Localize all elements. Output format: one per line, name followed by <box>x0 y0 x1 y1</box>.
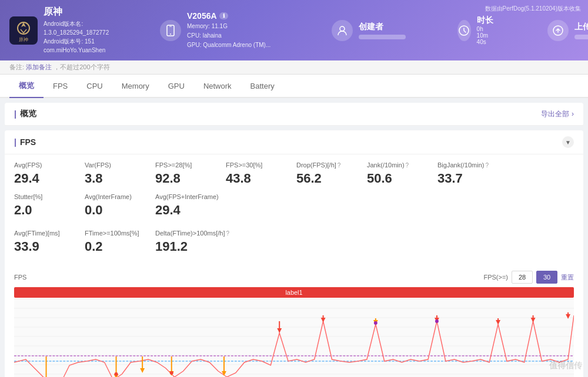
tabs-bar: 概览 FPS CPU Memory GPU Network Battery <box>0 75 588 98</box>
app-details: 原神 Android版本名: 1.3.0_1825294_1872772 And… <box>44 6 109 55</box>
fps-filter-30[interactable] <box>536 271 557 284</box>
fps-section-header: FPS ▼ <box>5 130 583 154</box>
creator-group: 创建者 <box>322 20 415 41</box>
avg-fps-interframe-value: 29.4 <box>155 203 219 218</box>
svg-point-64 <box>374 321 377 325</box>
upload-group: 上传时间 <box>538 20 588 41</box>
overview-header: 概览 导出全部 › <box>5 103 583 126</box>
android-version: 1.3.0_1825294_1872772 <box>44 28 109 37</box>
duration-value: 0h 10m 40s <box>477 26 496 45</box>
jank-label: Jank(/10min) ? <box>367 161 426 169</box>
stutter-value: 2.0 <box>14 203 73 218</box>
tab-overview[interactable]: 概览 <box>9 75 44 98</box>
watermark: 值得信传 <box>549 361 582 371</box>
avg-fps-value: 29.4 <box>14 171 73 186</box>
delta-ftime-value: 191.2 <box>155 239 229 254</box>
fps-section-title: FPS <box>14 137 36 147</box>
device-name: V2056A ℹ <box>187 11 270 21</box>
upload-label: 上传时间 <box>574 22 588 32</box>
fps-stats-grid2: Avg(FTime)[ms] 33.9 FTime>=100ms[%] 0.2 … <box>5 230 583 266</box>
data-source-label: 数据由PerfDog(5.1.210204)版本收集 <box>485 5 581 13</box>
fps-chart-wrapper: label1 68 <box>14 286 574 377</box>
fps-filter-28[interactable] <box>512 271 533 284</box>
tab-memory[interactable]: Memory <box>112 76 159 97</box>
jank-stat: Jank(/10min) ? 50.6 <box>367 161 426 186</box>
svg-text:label1: label1 <box>285 289 302 296</box>
fps-chart-label: FPS <box>14 274 26 281</box>
fps-chart-container: FPS FPS(>=) 重置 label1 <box>5 266 583 377</box>
header: 数据由PerfDog(5.1.210204)版本收集 原神 原神 Android… <box>0 0 588 60</box>
drop-fps-label: Drop(FPS)[/h] ? <box>296 161 355 169</box>
upload-icon <box>547 20 569 41</box>
tab-cpu[interactable]: CPU <box>77 76 112 97</box>
notes-add-link[interactable]: 添加备注 <box>26 63 52 70</box>
bigjank-label: BigJank(/10min) ? <box>437 161 496 169</box>
avg-ftime-value: 33.9 <box>14 239 73 254</box>
drop-fps-stat: Drop(FPS)[/h] ? 56.2 <box>296 161 355 186</box>
duration-label: 时长 <box>477 15 496 26</box>
help-icon[interactable]: ? <box>338 162 341 169</box>
avg-fps-interframe-stat: Avg(FPS+InterFrame) 29.4 <box>155 193 219 218</box>
stutter-stat: Stutter[%] 2.0 <box>14 193 73 218</box>
avg-interframe-label: Avg(InterFrame) <box>85 193 143 200</box>
fps-filter-group: FPS(>=) 重置 <box>483 271 574 284</box>
fps-section: FPS ▼ Avg(FPS) 29.4 Var(FPS) 3.8 FPS>=28… <box>5 130 583 377</box>
export-button[interactable]: 导出全部 › <box>541 109 574 119</box>
fps-chart-svg: label1 68 <box>14 286 574 377</box>
chevron-right-icon: › <box>572 110 574 118</box>
creator-value-placeholder <box>359 35 406 39</box>
svg-point-63 <box>170 371 173 375</box>
avg-interframe-stat: Avg(InterFrame) 0.0 <box>85 193 143 218</box>
device-icon <box>160 20 181 41</box>
collapse-button[interactable]: ▼ <box>562 136 574 148</box>
duration-detail: 时长 0h 10m 40s <box>477 15 496 45</box>
tab-gpu[interactable]: GPU <box>159 76 194 97</box>
var-fps-value: 3.8 <box>85 171 143 186</box>
svg-rect-4 <box>169 26 172 26</box>
avg-fps-label: Avg(FPS) <box>14 161 73 169</box>
fps-reset-button[interactable]: 重置 <box>561 273 574 282</box>
android-version-label: Android版本名: <box>44 19 109 28</box>
var-fps-label: Var(FPS) <box>85 161 143 169</box>
gpu-info: GPU: Qualcomm Adreno (TM)... <box>187 41 270 50</box>
avg-ftime-stat: Avg(FTime)[ms] 33.9 <box>14 230 73 254</box>
drop-fps-value: 56.2 <box>296 171 355 186</box>
avg-fps-interframe-label: Avg(FPS+InterFrame) <box>155 193 219 200</box>
ftime100-label: FTime>=100ms[%] <box>85 230 143 237</box>
fps30-value: 43.8 <box>226 171 285 186</box>
main-content: 概览 导出全部 › FPS ▼ Avg(FPS) 29.4 Var(FPS) 3… <box>0 98 588 377</box>
help-icon2[interactable]: ? <box>406 162 409 169</box>
avg-ftime-label: Avg(FTime)[ms] <box>14 230 73 237</box>
delta-ftime-label: Delta(FTime)>100ms[/h] ? <box>155 230 229 237</box>
tab-network[interactable]: Network <box>194 76 241 97</box>
app-info: 原神 原神 Android版本名: 1.3.0_1825294_1872772 … <box>9 6 127 55</box>
duration-icon <box>457 20 471 41</box>
bigjank-stat: BigJank(/10min) ? 33.7 <box>437 161 496 186</box>
device-details: V2056A ℹ Memory: 11.1G CPU: lahaina GPU:… <box>187 11 270 50</box>
notes-suffix: ，不超过200个字符 <box>54 63 109 70</box>
avg-fps-stat: Avg(FPS) 29.4 <box>14 161 73 186</box>
creator-icon <box>332 20 353 41</box>
upload-detail: 上传时间 <box>574 22 588 39</box>
device-info: V2056A ℹ Memory: 11.1G CPU: lahaina GPU:… <box>160 11 289 50</box>
fps28-label: FPS>=28[%] <box>155 161 214 169</box>
notes-bar: 备注: 添加备注 ，不超过200个字符 <box>0 60 588 75</box>
jank-value: 50.6 <box>367 171 426 186</box>
duration-group: 时长 0h 10m 40s <box>448 15 505 45</box>
ftime100-value: 0.2 <box>85 239 143 254</box>
notes-label: 备注: <box>9 63 24 70</box>
cpu-info: CPU: lahaina <box>187 31 270 41</box>
delta-ftime-stat: Delta(FTime)>100ms[/h] ? 191.2 <box>155 230 229 254</box>
help-icon4[interactable]: ? <box>226 230 230 237</box>
stutter-label: Stutter[%] <box>14 193 73 200</box>
bigjank-value: 33.7 <box>437 171 496 186</box>
svg-point-5 <box>170 33 171 35</box>
fps28-value: 92.8 <box>155 171 214 186</box>
creator-label: 创建者 <box>359 22 406 32</box>
tab-fps[interactable]: FPS <box>44 76 77 97</box>
ftime100-stat: FTime>=100ms[%] 0.2 <box>85 230 143 254</box>
tab-battery[interactable]: Battery <box>241 76 284 97</box>
help-icon3[interactable]: ? <box>485 162 489 169</box>
overview-section: 概览 导出全部 › <box>5 103 583 126</box>
android-api: Android版本号: 151 <box>44 37 109 46</box>
